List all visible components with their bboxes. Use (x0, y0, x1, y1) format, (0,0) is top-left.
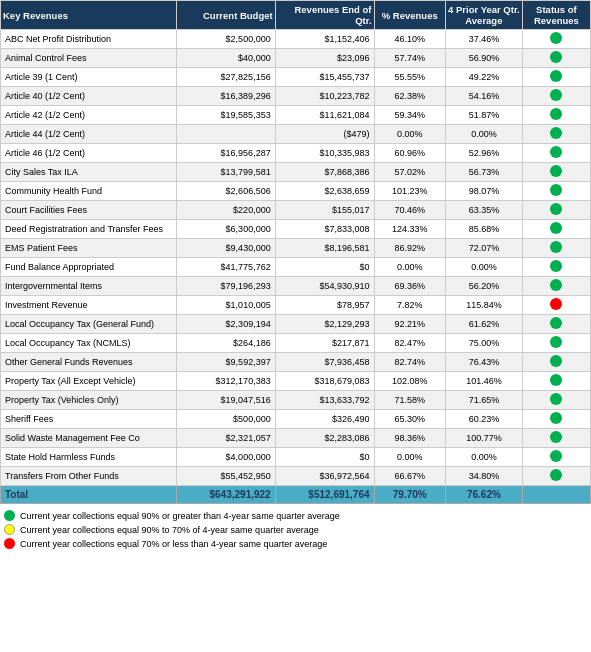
status-dot (550, 317, 562, 329)
table-row: State Hold Harmless Funds$4,000,000$00.0… (1, 448, 591, 467)
status-dot (550, 336, 562, 348)
cell-1: $16,956,287 (176, 144, 275, 163)
cell-1: $9,430,000 (176, 239, 275, 258)
cell-4: 71.65% (445, 391, 522, 410)
cell-3: 69.36% (374, 277, 445, 296)
cell-1: $2,321,057 (176, 429, 275, 448)
table-row: Other General Funds Revenues$9,592,397$7… (1, 353, 591, 372)
table-row: Community Health Fund$2,606,506$2,638,65… (1, 182, 591, 201)
cell-1: $19,047,516 (176, 391, 275, 410)
cell-2: $2,638,659 (275, 182, 374, 201)
cell-1: $264,186 (176, 334, 275, 353)
cell-1: $13,799,581 (176, 163, 275, 182)
cell-5 (522, 239, 590, 258)
cell-4: 37.46% (445, 30, 522, 49)
cell-1: $2,309,194 (176, 315, 275, 334)
cell-3: 55.55% (374, 68, 445, 87)
cell-4: 76.43% (445, 353, 522, 372)
cell-2: $1,152,406 (275, 30, 374, 49)
cell-0: Intergovernmental Items (1, 277, 177, 296)
cell-2: $318,679,083 (275, 372, 374, 391)
status-dot (550, 298, 562, 310)
cell-3: 60.96% (374, 144, 445, 163)
cell-5 (522, 429, 590, 448)
table-row: Sheriff Fees$500,000$326,49065.30%60.23% (1, 410, 591, 429)
cell-5 (522, 296, 590, 315)
cell-5 (522, 372, 590, 391)
cell-4: 49.22% (445, 68, 522, 87)
status-dot (550, 203, 562, 215)
cell-1: $312,170,383 (176, 372, 275, 391)
legend-dot (4, 510, 15, 521)
cell-3: 82.47% (374, 334, 445, 353)
cell-5 (522, 144, 590, 163)
status-dot (550, 393, 562, 405)
table-row: Property Tax (All Except Vehicle)$312,17… (1, 372, 591, 391)
cell-4: 0.00% (445, 258, 522, 277)
cell-2: $7,868,386 (275, 163, 374, 182)
status-dot (550, 431, 562, 443)
status-dot (550, 165, 562, 177)
table-row: Article 42 (1/2 Cent)$19,585,353$11,621,… (1, 106, 591, 125)
cell-5 (522, 334, 590, 353)
cell-2: $0 (275, 258, 374, 277)
column-header-5: Status of Revenues (522, 1, 590, 30)
legend-text: Current year collections equal 90% or gr… (20, 511, 340, 521)
legend: Current year collections equal 90% or gr… (0, 504, 591, 558)
cell-3: 7.82% (374, 296, 445, 315)
cell-5 (522, 182, 590, 201)
cell-0: Court Facilities Fees (1, 201, 177, 220)
cell-5 (522, 277, 590, 296)
status-dot (550, 70, 562, 82)
cell-5 (522, 68, 590, 87)
column-header-2: Revenues End of Qtr. (275, 1, 374, 30)
cell-1: $40,000 (176, 49, 275, 68)
status-dot (550, 469, 562, 481)
cell-3: 102.08% (374, 372, 445, 391)
table-row: Fund Balance Appropriated$41,775,762$00.… (1, 258, 591, 277)
status-dot (550, 108, 562, 120)
cell-0: Property Tax (All Except Vehicle) (1, 372, 177, 391)
cell-5 (522, 30, 590, 49)
cell-2: $8,196,581 (275, 239, 374, 258)
cell-1: $19,585,353 (176, 106, 275, 125)
cell-4: 60.23% (445, 410, 522, 429)
cell-1: $55,452,950 (176, 467, 275, 486)
cell-3: 86.92% (374, 239, 445, 258)
cell-2: $15,455,737 (275, 68, 374, 87)
cell-3: 66.67% (374, 467, 445, 486)
cell-2: $155,017 (275, 201, 374, 220)
cell-2: ($479) (275, 125, 374, 144)
cell-0: EMS Patient Fees (1, 239, 177, 258)
column-header-0: Key Revenues (1, 1, 177, 30)
legend-item: Current year collections equal 90% to 70… (4, 524, 587, 535)
cell-3: 57.74% (374, 49, 445, 68)
cell-3: 71.58% (374, 391, 445, 410)
table-row: Investment Revenue$1,010,005$78,9577.82%… (1, 296, 591, 315)
cell-5 (522, 87, 590, 106)
cell-3: 70.46% (374, 201, 445, 220)
status-dot (550, 127, 562, 139)
cell-1: $500,000 (176, 410, 275, 429)
cell-4: 34.80% (445, 467, 522, 486)
cell-4: 100.77% (445, 429, 522, 448)
cell-0: Local Occupancy Tax (General Fund) (1, 315, 177, 334)
cell-4: 63.35% (445, 201, 522, 220)
cell-5 (522, 106, 590, 125)
column-header-3: % Revenues (374, 1, 445, 30)
cell-2: $217,871 (275, 334, 374, 353)
status-dot (550, 260, 562, 272)
cell-2: $54,930,910 (275, 277, 374, 296)
cell-4: 115.84% (445, 296, 522, 315)
cell-4: 75.00% (445, 334, 522, 353)
cell-1: $79,196,293 (176, 277, 275, 296)
cell-3: 62.38% (374, 87, 445, 106)
cell-0: Transfers From Other Funds (1, 467, 177, 486)
cell-4: 0.00% (445, 448, 522, 467)
cell-2: $13,633,792 (275, 391, 374, 410)
cell-2: $0 (275, 448, 374, 467)
table-row: Intergovernmental Items$79,196,293$54,93… (1, 277, 591, 296)
cell-3: 0.00% (374, 125, 445, 144)
cell-3: 0.00% (374, 448, 445, 467)
column-header-4: 4 Prior Year Qtr. Average (445, 1, 522, 30)
